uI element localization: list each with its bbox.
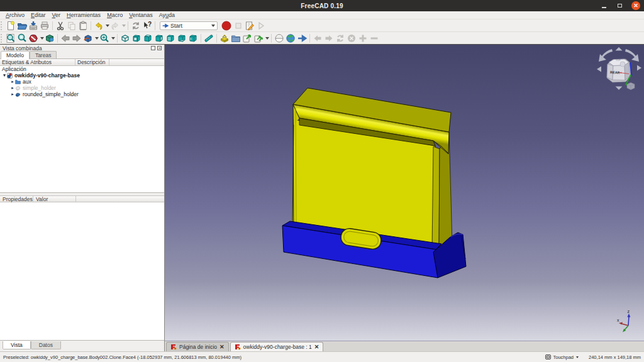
play-macro-button[interactable] (255, 20, 267, 31)
nav-rotate-left-icon[interactable] (599, 49, 613, 62)
fit-all-button[interactable] (5, 33, 16, 44)
redo-button[interactable] (109, 20, 121, 31)
workbench-dropdown-icon[interactable] (211, 25, 215, 27)
mdi-tab-document[interactable]: owkiddy-v90-charge-base : 1✕ (230, 342, 324, 351)
prop-col-name[interactable]: Propiedades (0, 196, 33, 202)
view-top-button[interactable] (142, 33, 153, 44)
prop-col-value[interactable]: Valor (33, 196, 76, 202)
web-browser-button[interactable] (285, 33, 296, 44)
close-button[interactable]: ✕ (631, 1, 640, 10)
nav-arrow-down-icon[interactable] (616, 87, 623, 90)
paste-button[interactable] (77, 20, 89, 31)
fit-selection-button[interactable] (16, 33, 28, 44)
freecad-window: FreeCAD 0.19 ✕ ArchivoEditarVerHerramien… (0, 0, 644, 362)
tree-item-rounded-simple-holder[interactable]: ▸rounded_simple_holder (0, 91, 164, 97)
menu-ver[interactable]: Ver (52, 12, 61, 18)
nav-cube-body[interactable]: REAR TOP (607, 59, 631, 82)
undo-button[interactable] (93, 20, 104, 31)
web-go-button[interactable] (296, 33, 308, 44)
menu-editar[interactable]: Editar (31, 12, 46, 18)
view-right-button[interactable] (153, 33, 165, 44)
model-owkiddy-v90-charge-base[interactable] (282, 88, 466, 278)
mdi-tab-close-icon[interactable]: ✕ (219, 344, 225, 350)
dock-tab-modelo[interactable]: Modelo (1, 51, 30, 59)
tree-caret-down-icon[interactable]: ▾ (2, 73, 7, 78)
view-front-button[interactable] (131, 33, 142, 44)
draw-style-button[interactable] (28, 33, 39, 44)
dock-tab-tareas[interactable]: Tareas (30, 51, 57, 58)
menu-ayuda[interactable]: Ayuda (159, 12, 175, 18)
zoom-button[interactable] (99, 33, 110, 44)
menu-ventanas[interactable]: Ventanas (129, 12, 153, 18)
mdi-tab-start-page[interactable]: Página de inicio✕ (166, 342, 229, 351)
nav-forward-button[interactable] (71, 33, 82, 44)
group-folder-button[interactable] (230, 33, 242, 44)
browser-stop-button[interactable] (346, 33, 357, 44)
workbench-selector[interactable]: Start (160, 21, 218, 30)
dock-float-icon[interactable] (151, 46, 155, 50)
menu-herramientas[interactable]: Herramientas (67, 12, 101, 18)
toolbar-handle[interactable] (1, 34, 4, 43)
tree-col-description[interactable]: Descripción (75, 59, 109, 65)
tree-caret-right-icon[interactable]: ▸ (10, 79, 15, 84)
view-rear-button[interactable] (165, 33, 176, 44)
cut-button[interactable] (55, 20, 66, 31)
browser-forward-button[interactable] (323, 33, 335, 44)
dock-bottom-tab-vista[interactable]: Vista (3, 341, 31, 349)
browser-reload-button[interactable] (335, 33, 346, 44)
nav-style-dropdown-icon[interactable] (576, 356, 579, 358)
record-macro-button[interactable] (220, 20, 233, 31)
browser-back-button[interactable] (312, 33, 323, 44)
tree-col-labels[interactable]: Etiquetas & Atributos (0, 59, 75, 65)
tree-item-aux[interactable]: ▸aux (0, 79, 164, 85)
model-tree: Aplicación▾owkiddy-v90-charge-base▸aux▸s… (0, 66, 164, 193)
browser-zoom-in-button[interactable] (357, 33, 369, 44)
nav-arrow-up-icon[interactable] (616, 47, 623, 51)
menu-macro[interactable]: Macro (107, 12, 123, 18)
zoom-dropdown-icon[interactable] (111, 37, 115, 40)
dock-bottom-tab-datos[interactable]: Datos (31, 341, 61, 349)
redo-dropdown-icon[interactable] (122, 25, 126, 27)
view-left-button[interactable] (187, 33, 199, 44)
link-replace-button[interactable] (253, 33, 264, 44)
tree-item-owkiddy-v90-charge-base[interactable]: ▾owkiddy-v90-charge-base (0, 72, 164, 79)
save-button[interactable] (28, 20, 39, 31)
stop-macro-button[interactable] (233, 20, 244, 31)
mdi-tab-close-icon[interactable]: ✕ (314, 344, 319, 350)
toolbar-handle[interactable] (1, 21, 4, 30)
view-bottom-button[interactable] (176, 33, 187, 44)
whats-this-button[interactable]: ? (142, 20, 153, 31)
home-view-button[interactable] (82, 33, 94, 44)
print-button[interactable] (39, 20, 50, 31)
view-axonometric-button[interactable] (119, 33, 131, 44)
dock-close-icon[interactable] (157, 46, 162, 50)
property-editor[interactable] (0, 202, 164, 341)
nav-arrow-left-icon[interactable] (597, 67, 601, 72)
nav-dice-icon[interactable] (627, 83, 635, 90)
tree-item-aplicaci-n[interactable]: Aplicación (0, 66, 164, 72)
3d-viewport[interactable]: REAR TOP z x (165, 45, 644, 341)
copy-button[interactable] (66, 20, 77, 31)
nav-back-button[interactable] (60, 33, 71, 44)
part-tool-button[interactable] (219, 33, 230, 44)
measure-button[interactable] (203, 33, 214, 44)
web-ball-button[interactable] (274, 33, 285, 44)
open-folder-button[interactable] (16, 20, 28, 31)
navigation-cube[interactable]: REAR TOP (597, 47, 641, 90)
browser-zoom-out-button[interactable] (369, 33, 380, 44)
tree-caret-right-icon[interactable]: ▸ (10, 92, 15, 97)
link-dropdown-icon[interactable] (265, 37, 269, 40)
menu-archivo[interactable]: Archivo (6, 12, 25, 18)
link-make-button[interactable] (242, 33, 253, 44)
refresh-button[interactable] (130, 20, 142, 31)
tree-caret-right-icon[interactable]: ▸ (10, 85, 15, 90)
appearance-button[interactable] (44, 33, 55, 44)
nav-rotate-right-icon[interactable] (625, 49, 639, 62)
edit-macro-button[interactable] (244, 20, 255, 31)
new-document-button[interactable] (5, 20, 16, 31)
maximize-button[interactable] (616, 2, 624, 10)
nav-arrow-right-icon[interactable] (637, 65, 641, 71)
tree-item-simple-holder[interactable]: ▸simple_holder (0, 85, 164, 91)
nav-style-label[interactable]: Touchpad (553, 354, 574, 360)
minimize-button[interactable] (600, 2, 608, 10)
